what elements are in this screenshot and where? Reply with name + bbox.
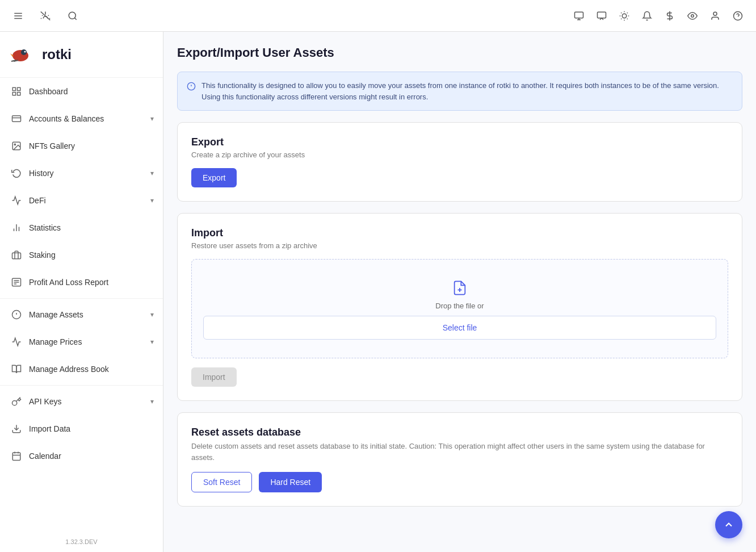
- sidebar-item-statistics[interactable]: Statistics: [0, 214, 163, 241]
- drop-text: Drop the file or: [435, 302, 484, 310]
- dashboard-icon: [11, 86, 22, 97]
- nfts-icon: [11, 140, 22, 152]
- sidebar-item-profit-loss[interactable]: Profit And Loss Report: [0, 269, 163, 296]
- user-icon[interactable]: [706, 7, 724, 25]
- analytics-icon[interactable]: [570, 7, 588, 25]
- search-icon[interactable]: [64, 7, 82, 25]
- sidebar-item-accounts-balances[interactable]: Accounts & Balances ▾: [0, 105, 163, 132]
- info-text: This functionality is designed to allow …: [201, 80, 733, 102]
- accounts-icon: [11, 113, 22, 124]
- reset-subtitle: Delete custom assets and reset assets da…: [191, 441, 728, 463]
- sidebar-item-label: API Keys: [29, 397, 62, 406]
- sidebar-item-dashboard[interactable]: Dashboard: [0, 78, 163, 105]
- svg-point-54: [12, 401, 17, 405]
- drop-zone[interactable]: Drop the file or Select file: [191, 259, 728, 358]
- scroll-to-top-fab[interactable]: [715, 511, 742, 538]
- sidebar-item-manage-prices[interactable]: Manage Prices ▾: [0, 328, 163, 356]
- export-title: Export: [191, 136, 728, 148]
- sidebar-item-defi[interactable]: DeFi ▾: [0, 187, 163, 214]
- staking-icon: [11, 249, 22, 261]
- reset-title: Reset assets database: [191, 426, 728, 438]
- export-button[interactable]: Export: [191, 168, 237, 187]
- sidebar-item-label: Manage Assets: [29, 310, 83, 319]
- app-name: rotki: [42, 47, 72, 62]
- svg-rect-37: [12, 93, 15, 95]
- app-version: 1.32.3.DEV: [0, 532, 163, 552]
- manage-prices-icon: [11, 336, 22, 348]
- svg-line-19: [627, 18, 628, 19]
- api-keys-icon: [11, 396, 22, 407]
- sidebar-item-import-data[interactable]: Import Data: [0, 415, 163, 442]
- sidebar-item-label: Manage Address Book: [29, 365, 109, 374]
- defi-icon: [11, 195, 22, 206]
- layout: rotki Dashboard Accounts & Balances ▾: [0, 32, 756, 552]
- svg-line-4: [42, 15, 43, 15]
- menu-icon[interactable]: [9, 7, 27, 25]
- import-card: Import Restore user assets from a zip ar…: [177, 213, 742, 401]
- currency-icon[interactable]: [661, 7, 679, 25]
- export-card: Export Create a zip archive of your asse…: [177, 122, 742, 202]
- select-file-button[interactable]: Select file: [203, 316, 716, 340]
- sidebar-item-label: Calendar: [29, 451, 61, 461]
- sidebar-item-manage-assets[interactable]: Manage Assets ▾: [0, 301, 163, 328]
- chevron-down-icon: ▾: [150, 196, 154, 204]
- svg-point-26: [713, 12, 717, 15]
- sidebar-item-nfts-gallery[interactable]: NFTs Gallery: [0, 132, 163, 160]
- soft-reset-button[interactable]: Soft Reset: [191, 472, 252, 492]
- svg-rect-14: [598, 12, 606, 18]
- sidebar-item-calendar[interactable]: Calendar: [0, 442, 163, 470]
- brightness-icon[interactable]: [615, 7, 633, 25]
- sidebar-divider-2: [0, 385, 163, 386]
- svg-rect-11: [575, 12, 583, 18]
- svg-rect-36: [18, 87, 20, 90]
- svg-line-23: [627, 12, 628, 13]
- page-title: Export/Import User Assets: [177, 45, 742, 60]
- app-logo[interactable]: rotki: [0, 32, 163, 78]
- statistics-icon: [11, 222, 22, 233]
- svg-point-31: [21, 49, 27, 55]
- bell-icon[interactable]: [638, 7, 656, 25]
- import-button: Import: [191, 367, 237, 387]
- sidebar-item-label: Staking: [29, 250, 56, 260]
- display-icon[interactable]: [593, 7, 611, 25]
- sidebar: rotki Dashboard Accounts & Balances ▾: [0, 32, 163, 552]
- chevron-down-icon: ▾: [150, 311, 154, 319]
- svg-point-25: [691, 14, 694, 17]
- svg-rect-46: [12, 253, 21, 259]
- sidebar-item-label: Import Data: [29, 424, 70, 433]
- sidebar-item-history[interactable]: History ▾: [0, 160, 163, 187]
- manage-address-book-icon: [11, 363, 22, 375]
- sidebar-item-label: Statistics: [29, 223, 61, 232]
- profit-loss-icon: [11, 277, 22, 288]
- upload-icon: [452, 278, 468, 296]
- chevron-down-icon: ▾: [150, 338, 154, 346]
- cloud-off-icon[interactable]: [36, 7, 54, 25]
- sidebar-item-api-keys[interactable]: API Keys ▾: [0, 388, 163, 415]
- sidebar-item-label: Accounts & Balances: [29, 114, 104, 123]
- svg-rect-56: [12, 453, 20, 461]
- export-subtitle: Create a zip archive of your assets: [191, 150, 728, 159]
- sidebar-item-label: NFTs Gallery: [29, 141, 75, 150]
- sidebar-item-staking[interactable]: Staking: [0, 241, 163, 269]
- topbar-left: [9, 7, 82, 25]
- import-subtitle: Restore user assets from a zip archive: [191, 241, 728, 250]
- import-data-icon: [11, 423, 22, 434]
- topbar: [0, 0, 756, 32]
- sidebar-item-manage-address-book[interactable]: Manage Address Book: [0, 356, 163, 383]
- sidebar-item-label: Manage Prices: [29, 337, 82, 346]
- svg-line-18: [621, 12, 621, 13]
- sidebar-divider: [0, 298, 163, 299]
- sidebar-item-label: History: [29, 169, 54, 178]
- svg-point-42: [14, 144, 15, 145]
- eye-icon[interactable]: [683, 7, 702, 25]
- calendar-icon: [11, 450, 22, 462]
- import-title: Import: [191, 227, 728, 239]
- chevron-down-icon: ▾: [150, 398, 154, 405]
- help-icon[interactable]: [729, 7, 747, 25]
- svg-point-15: [622, 14, 627, 18]
- info-banner: This functionality is designed to allow …: [177, 72, 742, 111]
- svg-rect-39: [12, 116, 21, 122]
- hard-reset-button[interactable]: Hard Reset: [259, 472, 322, 492]
- svg-line-22: [621, 18, 621, 19]
- history-icon: [11, 168, 22, 179]
